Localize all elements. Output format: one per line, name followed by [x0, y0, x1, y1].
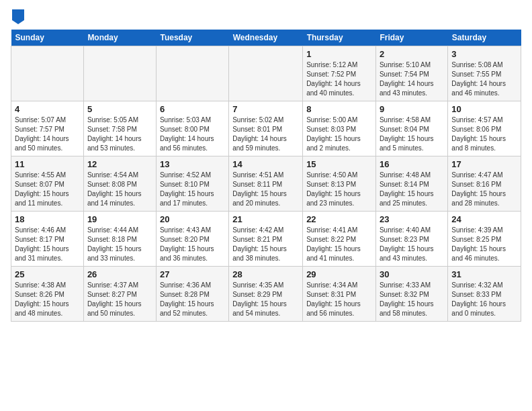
- weekday-header-thursday: Thursday: [303, 30, 376, 46]
- weekday-header-tuesday: Tuesday: [156, 30, 228, 46]
- day-info: Sunrise: 4:35 AM Sunset: 8:29 PM Dayligh…: [232, 281, 299, 318]
- calendar-week-3: 11Sunrise: 4:55 AM Sunset: 8:07 PM Dayli…: [11, 156, 521, 212]
- day-number: 4: [15, 104, 80, 114]
- calendar-cell: 10Sunrise: 4:57 AM Sunset: 8:06 PM Dayli…: [448, 101, 521, 156]
- day-number: 13: [160, 159, 225, 169]
- calendar-cell: 23Sunrise: 4:40 AM Sunset: 8:23 PM Dayli…: [375, 212, 447, 267]
- day-info: Sunrise: 4:58 AM Sunset: 8:04 PM Dayligh…: [380, 116, 444, 153]
- day-number: 6: [160, 104, 225, 114]
- calendar-cell: 20Sunrise: 4:43 AM Sunset: 8:20 PM Dayli…: [156, 212, 228, 267]
- day-info: Sunrise: 4:39 AM Sunset: 8:25 PM Dayligh…: [451, 226, 517, 263]
- day-info: Sunrise: 5:02 AM Sunset: 8:01 PM Dayligh…: [232, 116, 299, 153]
- calendar-cell: [156, 46, 228, 101]
- calendar-cell: [229, 46, 303, 101]
- calendar-week-2: 4Sunrise: 5:07 AM Sunset: 7:57 PM Daylig…: [11, 101, 521, 156]
- calendar-cell: 24Sunrise: 4:39 AM Sunset: 8:25 PM Dayli…: [448, 212, 521, 267]
- day-info: Sunrise: 5:05 AM Sunset: 7:58 PM Dayligh…: [87, 116, 152, 153]
- calendar-cell: 7Sunrise: 5:02 AM Sunset: 8:01 PM Daylig…: [229, 101, 303, 156]
- day-info: Sunrise: 5:12 AM Sunset: 7:52 PM Dayligh…: [306, 60, 372, 98]
- day-info: Sunrise: 5:08 AM Sunset: 7:55 PM Dayligh…: [451, 60, 517, 98]
- weekday-header-wednesday: Wednesday: [229, 30, 303, 46]
- day-info: Sunrise: 4:34 AM Sunset: 8:31 PM Dayligh…: [306, 281, 372, 318]
- calendar-cell: 26Sunrise: 4:37 AM Sunset: 8:27 PM Dayli…: [83, 267, 156, 322]
- calendar-cell: 13Sunrise: 4:52 AM Sunset: 8:10 PM Dayli…: [156, 156, 228, 212]
- calendar-cell: 31Sunrise: 4:32 AM Sunset: 8:33 PM Dayli…: [448, 267, 521, 322]
- calendar-cell: 4Sunrise: 5:07 AM Sunset: 7:57 PM Daylig…: [11, 101, 84, 156]
- calendar-cell: 17Sunrise: 4:47 AM Sunset: 8:16 PM Dayli…: [448, 156, 521, 212]
- weekday-header-sunday: Sunday: [11, 30, 84, 46]
- day-info: Sunrise: 4:38 AM Sunset: 8:26 PM Dayligh…: [15, 281, 80, 318]
- calendar-cell: 14Sunrise: 4:51 AM Sunset: 8:11 PM Dayli…: [229, 156, 303, 212]
- day-number: 30: [380, 269, 444, 279]
- calendar-cell: 21Sunrise: 4:42 AM Sunset: 8:21 PM Dayli…: [229, 212, 303, 267]
- day-info: Sunrise: 4:51 AM Sunset: 8:11 PM Dayligh…: [232, 171, 299, 208]
- calendar-cell: 16Sunrise: 4:48 AM Sunset: 8:14 PM Dayli…: [375, 156, 447, 212]
- day-info: Sunrise: 4:44 AM Sunset: 8:18 PM Dayligh…: [87, 226, 152, 263]
- calendar-cell: 27Sunrise: 4:36 AM Sunset: 8:28 PM Dayli…: [156, 267, 228, 322]
- day-number: 2: [380, 49, 444, 59]
- day-info: Sunrise: 4:47 AM Sunset: 8:16 PM Dayligh…: [451, 171, 517, 208]
- day-info: Sunrise: 4:57 AM Sunset: 8:06 PM Dayligh…: [451, 116, 517, 153]
- calendar-header: SundayMondayTuesdayWednesdayThursdayFrid…: [11, 30, 521, 46]
- weekday-header-monday: Monday: [83, 30, 156, 46]
- calendar-cell: 11Sunrise: 4:55 AM Sunset: 8:07 PM Dayli…: [11, 156, 84, 212]
- day-info: Sunrise: 5:00 AM Sunset: 8:03 PM Dayligh…: [306, 116, 372, 153]
- day-number: 17: [451, 159, 517, 169]
- day-info: Sunrise: 4:43 AM Sunset: 8:20 PM Dayligh…: [160, 226, 225, 263]
- day-number: 8: [306, 104, 372, 114]
- calendar-cell: 1Sunrise: 5:12 AM Sunset: 7:52 PM Daylig…: [303, 46, 376, 101]
- day-number: 26: [87, 269, 152, 279]
- day-info: Sunrise: 4:40 AM Sunset: 8:23 PM Dayligh…: [380, 226, 444, 263]
- day-number: 11: [15, 159, 80, 169]
- calendar-cell: 29Sunrise: 4:34 AM Sunset: 8:31 PM Dayli…: [303, 267, 376, 322]
- logo-icon: [12, 9, 24, 24]
- day-number: 10: [451, 104, 517, 114]
- day-number: 23: [380, 214, 444, 224]
- weekday-header-saturday: Saturday: [448, 30, 521, 46]
- calendar-cell: 18Sunrise: 4:46 AM Sunset: 8:17 PM Dayli…: [11, 212, 84, 267]
- calendar-week-5: 25Sunrise: 4:38 AM Sunset: 8:26 PM Dayli…: [11, 267, 521, 322]
- weekday-header-friday: Friday: [375, 30, 447, 46]
- calendar-cell: 30Sunrise: 4:33 AM Sunset: 8:32 PM Dayli…: [375, 267, 447, 322]
- day-number: 16: [380, 159, 444, 169]
- calendar-cell: 19Sunrise: 4:44 AM Sunset: 8:18 PM Dayli…: [83, 212, 156, 267]
- day-number: 21: [232, 214, 299, 224]
- day-number: 29: [306, 269, 372, 279]
- day-info: Sunrise: 5:03 AM Sunset: 8:00 PM Dayligh…: [160, 116, 225, 153]
- day-number: 5: [87, 104, 152, 114]
- day-info: Sunrise: 4:50 AM Sunset: 8:13 PM Dayligh…: [306, 171, 372, 208]
- page-header: [11, 11, 521, 24]
- day-info: Sunrise: 4:36 AM Sunset: 8:28 PM Dayligh…: [160, 281, 225, 318]
- calendar-cell: 6Sunrise: 5:03 AM Sunset: 8:00 PM Daylig…: [156, 101, 228, 156]
- logo: [11, 11, 24, 24]
- day-number: 9: [380, 104, 444, 114]
- calendar-week-4: 18Sunrise: 4:46 AM Sunset: 8:17 PM Dayli…: [11, 212, 521, 267]
- calendar-cell: 28Sunrise: 4:35 AM Sunset: 8:29 PM Dayli…: [229, 267, 303, 322]
- day-number: 22: [306, 214, 372, 224]
- day-number: 14: [232, 159, 299, 169]
- day-info: Sunrise: 4:42 AM Sunset: 8:21 PM Dayligh…: [232, 226, 299, 263]
- calendar-body: 1Sunrise: 5:12 AM Sunset: 7:52 PM Daylig…: [11, 46, 521, 322]
- calendar-cell: 9Sunrise: 4:58 AM Sunset: 8:04 PM Daylig…: [375, 101, 447, 156]
- day-info: Sunrise: 4:32 AM Sunset: 8:33 PM Dayligh…: [451, 281, 517, 318]
- calendar-cell: 2Sunrise: 5:10 AM Sunset: 7:54 PM Daylig…: [375, 46, 447, 101]
- day-number: 7: [232, 104, 299, 114]
- day-number: 1: [306, 49, 372, 59]
- day-info: Sunrise: 5:07 AM Sunset: 7:57 PM Dayligh…: [15, 116, 80, 153]
- calendar-week-1: 1Sunrise: 5:12 AM Sunset: 7:52 PM Daylig…: [11, 46, 521, 101]
- day-number: 25: [15, 269, 80, 279]
- day-info: Sunrise: 4:41 AM Sunset: 8:22 PM Dayligh…: [306, 226, 372, 263]
- day-number: 18: [15, 214, 80, 224]
- day-info: Sunrise: 4:52 AM Sunset: 8:10 PM Dayligh…: [160, 171, 225, 208]
- day-number: 31: [451, 269, 517, 279]
- calendar-cell: 3Sunrise: 5:08 AM Sunset: 7:55 PM Daylig…: [448, 46, 521, 101]
- day-number: 19: [87, 214, 152, 224]
- day-info: Sunrise: 4:33 AM Sunset: 8:32 PM Dayligh…: [380, 281, 444, 318]
- day-number: 27: [160, 269, 225, 279]
- calendar-cell: 25Sunrise: 4:38 AM Sunset: 8:26 PM Dayli…: [11, 267, 84, 322]
- calendar-cell: 22Sunrise: 4:41 AM Sunset: 8:22 PM Dayli…: [303, 212, 376, 267]
- day-number: 20: [160, 214, 225, 224]
- day-info: Sunrise: 4:48 AM Sunset: 8:14 PM Dayligh…: [380, 171, 444, 208]
- calendar-cell: [83, 46, 156, 101]
- day-info: Sunrise: 4:37 AM Sunset: 8:27 PM Dayligh…: [87, 281, 152, 318]
